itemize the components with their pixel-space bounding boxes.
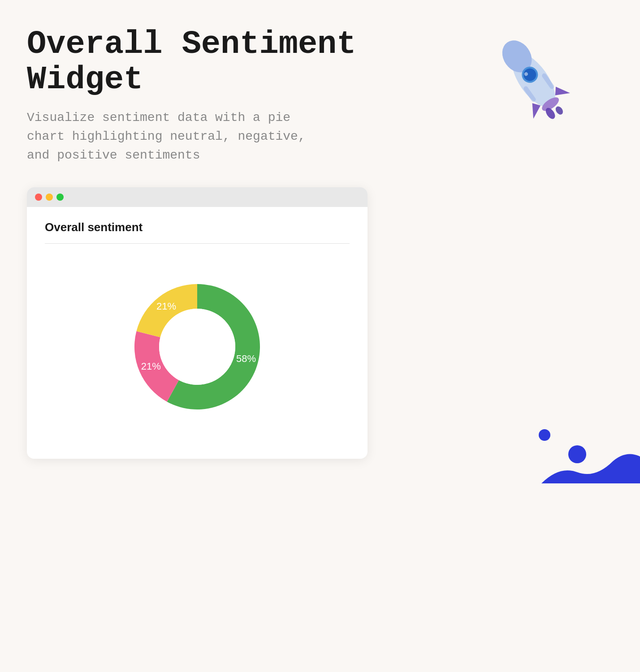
dot-green [56, 194, 64, 201]
label-neutral: 21% [156, 301, 176, 312]
dot-yellow [46, 194, 53, 201]
page-container: Overall Sentiment Widget Visualize senti… [0, 0, 640, 486]
chart-container: 58%21%21% [45, 257, 350, 436]
chart-title: Overall sentiment [45, 220, 350, 234]
widget-window: Overall sentiment 58%21%21% [27, 187, 368, 459]
wave-blob [541, 430, 640, 486]
donut-center [159, 309, 235, 385]
dot-red [35, 194, 42, 201]
svg-point-9 [554, 105, 564, 116]
page-description: Visualize sentiment data with a pie char… [27, 108, 332, 165]
header-section: Overall Sentiment Widget Visualize senti… [27, 27, 613, 165]
rocket-illustration [488, 18, 577, 134]
chart-divider [45, 243, 350, 244]
label-positive: 58% [236, 353, 256, 364]
window-content: Overall sentiment 58%21%21% [27, 207, 368, 459]
donut-chart-svg: 58%21%21% [117, 266, 278, 427]
page-title: Overall Sentiment Widget [27, 27, 394, 98]
label-negative: 21% [141, 361, 161, 372]
window-titlebar [27, 187, 368, 207]
